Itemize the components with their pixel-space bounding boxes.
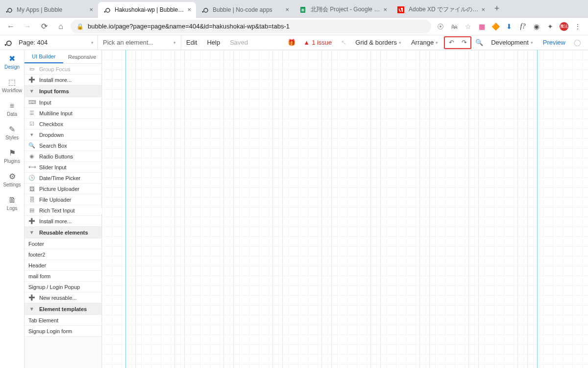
whatfont-ext-icon[interactable]: f?: [518, 22, 527, 31]
palette-item[interactable]: footer2: [24, 249, 101, 260]
issues-count: 1 issue: [312, 39, 332, 46]
home-button[interactable]: ⌂: [54, 20, 68, 33]
palette-item[interactable]: ⌨Input: [24, 97, 101, 108]
profile-badge-icon[interactable]: 魔法: [560, 22, 568, 31]
environment-selector[interactable]: Development ▾: [486, 39, 538, 46]
close-icon[interactable]: ×: [187, 6, 191, 13]
user-avatar-icon[interactable]: ◯: [570, 36, 584, 50]
workflow-icon: ⬚: [8, 78, 16, 87]
back-button[interactable]: ←: [4, 20, 18, 33]
install-more[interactable]: ➕Install more...: [24, 75, 101, 85]
element-picker[interactable]: Pick an element... ▾: [98, 35, 181, 50]
extension-icons: ⦿ 🗛 ☆ ▦ 🔶 ⬇ f? ◉ ✦ 魔法 ⋮: [434, 22, 584, 31]
rail-settings[interactable]: ⚙Settings: [0, 168, 24, 191]
forward-button[interactable]: →: [21, 20, 34, 33]
plus-icon: ➕: [28, 77, 35, 83]
plugins-icon: ⚑: [9, 148, 16, 158]
location-icon[interactable]: ⦿: [436, 22, 445, 31]
search-icon[interactable]: 🔍: [472, 36, 486, 50]
palette-item[interactable]: ▾Dropdown: [24, 130, 101, 140]
palette-item[interactable]: 🔍Search Box: [24, 140, 101, 151]
browser-tab[interactable]: Hakushokai-wp | Bubble Editor ×: [98, 2, 196, 18]
palette-item[interactable]: mail form: [24, 271, 101, 282]
downloads-ext-icon[interactable]: ⬇: [505, 22, 514, 31]
url-input[interactable]: 🔒 bubble.io/page?page=page&name=404&id=h…: [71, 20, 431, 33]
section-templates[interactable]: ▾Element templates: [24, 303, 101, 315]
rail-design[interactable]: ✖Design: [0, 50, 24, 74]
plus-icon: ➕: [28, 218, 35, 224]
star-icon[interactable]: ☆: [464, 22, 472, 31]
browser-tab[interactable]: 北翔会 Project - Google スプレ ×: [294, 2, 392, 18]
extensions-icon[interactable]: ✦: [546, 22, 555, 31]
section-reusable[interactable]: ▾Reusable elements: [24, 227, 101, 238]
palette-item[interactable]: Signup Login form: [24, 326, 101, 337]
page-selector[interactable]: Page: 404 ▾: [15, 35, 98, 50]
help-menu[interactable]: Help: [202, 35, 225, 50]
arrange-menu[interactable]: Arrange ▾: [406, 35, 443, 50]
palette-item[interactable]: ▤Rich Text Input: [24, 205, 101, 216]
url-text: bubble.io/page?page=page&name=404&id=hak…: [88, 23, 290, 30]
cursor-icon[interactable]: ↖: [337, 36, 350, 50]
adobe-icon: [397, 6, 405, 14]
rail-logs[interactable]: 🗎Logs: [0, 191, 24, 215]
install-more[interactable]: ➕Install more...: [24, 216, 101, 227]
palette-item[interactable]: Tab Element: [24, 315, 101, 326]
palette-item[interactable]: 🕓Date/Time Picker: [24, 173, 101, 184]
edit-menu[interactable]: Edit: [181, 35, 202, 50]
section-input-forms[interactable]: ▾Input forms: [24, 85, 101, 97]
sheets-icon: [299, 6, 307, 14]
close-icon[interactable]: ×: [89, 6, 93, 13]
svg-point-2: [106, 8, 110, 12]
save-status: Saved: [225, 35, 253, 50]
palette-item[interactable]: ▭Group Focus: [24, 64, 101, 75]
rail-workflow[interactable]: ⬚Workflow: [0, 74, 24, 97]
rail-data[interactable]: ≡Data: [0, 97, 24, 121]
rail-plugins[interactable]: ⚑Plugins: [0, 144, 24, 168]
close-icon[interactable]: ×: [285, 6, 289, 13]
palette-item[interactable]: ◉Radio Buttons: [24, 151, 101, 162]
redo-button[interactable]: ↷: [458, 37, 470, 48]
kebab-menu-icon[interactable]: ⋮: [573, 22, 582, 31]
tab-ui-builder[interactable]: UI Builder: [24, 50, 63, 63]
palette-item[interactable]: 🖼Picture Uploader: [24, 184, 101, 194]
palette-item[interactable]: ☰Multiline Input: [24, 108, 101, 119]
calendar-ext-icon[interactable]: ▦: [477, 22, 486, 31]
gift-icon[interactable]: 🎁: [285, 36, 298, 50]
close-icon[interactable]: ×: [481, 6, 485, 13]
palette-tabs: UI Builder Responsive: [24, 50, 101, 64]
close-icon[interactable]: ×: [383, 6, 387, 13]
colorful-ext-icon[interactable]: 🔶: [491, 22, 500, 31]
chevron-down-icon: ▾: [531, 40, 533, 45]
element-palette: UI Builder Responsive ▭Group Focus ➕Inst…: [24, 50, 102, 368]
undo-button[interactable]: ↶: [445, 37, 458, 48]
rail-styles[interactable]: ✎Styles: [0, 121, 24, 144]
dark-ext-icon[interactable]: ◉: [532, 22, 541, 31]
palette-list[interactable]: ▭Group Focus ➕Install more... ▾Input for…: [24, 64, 101, 368]
browser-tab[interactable]: My Apps | Bubble ×: [0, 2, 98, 18]
file-icon: 🗄: [28, 197, 35, 203]
palette-item[interactable]: 🗄File Uploader: [24, 194, 101, 205]
editor-canvas[interactable]: [102, 50, 588, 368]
grid-borders-menu[interactable]: Grid & borders ▾: [350, 35, 406, 50]
issues-indicator[interactable]: ▲ 1 issue: [298, 39, 337, 46]
preview-button[interactable]: Preview: [538, 39, 570, 46]
reload-button[interactable]: ⟳: [37, 20, 51, 33]
tab-responsive[interactable]: Responsive: [63, 50, 102, 63]
palette-item[interactable]: Header: [24, 260, 101, 271]
translate-icon[interactable]: 🗛: [450, 22, 459, 31]
palette-item[interactable]: Footer: [24, 238, 101, 249]
tab-title: Hakushokai-wp | Bubble Editor: [115, 6, 184, 13]
svg-point-3: [104, 11, 106, 12]
svg-point-1: [6, 11, 8, 12]
new-tab-button[interactable]: +: [490, 3, 504, 14]
palette-item[interactable]: ☑Checkbox: [24, 119, 101, 130]
browser-tab[interactable]: Adobe XD でファイルのインポー ×: [392, 2, 490, 18]
palette-item[interactable]: Signup / Login Popup: [24, 282, 101, 292]
new-reusable[interactable]: ➕New reusable...: [24, 292, 101, 303]
browser-tab[interactable]: Bubble | No-code apps ×: [196, 2, 294, 18]
checkbox-icon: ☑: [28, 121, 35, 127]
palette-item[interactable]: ⟷Slider Input: [24, 162, 101, 173]
radio-icon: ◉: [28, 153, 35, 159]
browser-tab-strip: My Apps | Bubble × Hakushokai-wp | Bubbl…: [0, 0, 588, 18]
chevron-down-icon: ▾: [399, 40, 401, 45]
